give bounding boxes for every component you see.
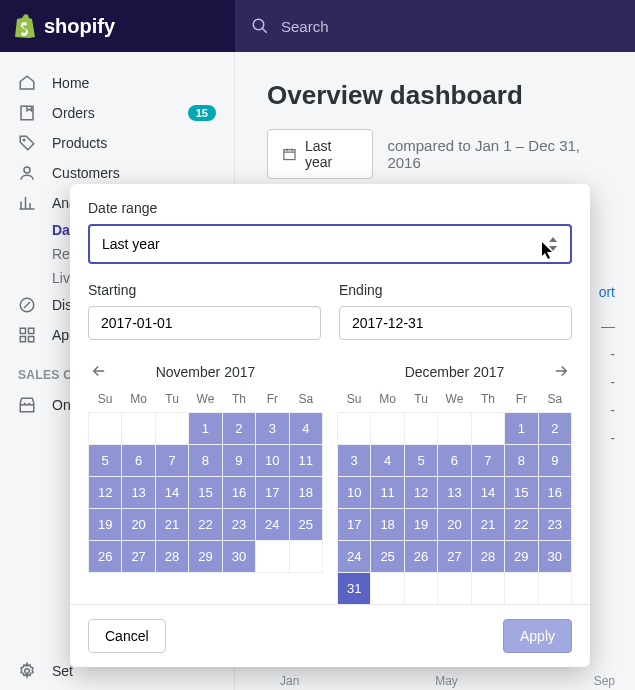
calendar-day[interactable]: 3 [338, 445, 371, 477]
svg-rect-6 [20, 328, 25, 333]
sidebar-item-home[interactable]: Home [0, 68, 234, 98]
apply-button[interactable]: Apply [503, 619, 572, 653]
chart-icon [18, 194, 36, 212]
start-date-input[interactable] [88, 306, 321, 340]
calendar-day[interactable]: 2 [538, 413, 571, 445]
calendar-day[interactable]: 27 [438, 541, 471, 573]
calendar-day[interactable]: 16 [538, 477, 571, 509]
calendar-day[interactable]: 24 [338, 541, 371, 573]
calendar-day[interactable]: 6 [122, 445, 155, 477]
calendar-day[interactable]: 29 [189, 541, 222, 573]
calendar-day[interactable]: 22 [505, 509, 538, 541]
calendar-day[interactable]: 1 [189, 413, 222, 445]
sidebar-item-settings[interactable]: Set [18, 662, 73, 680]
calendar-day[interactable]: 16 [222, 477, 255, 509]
calendar-day[interactable]: 18 [289, 477, 322, 509]
calendar-day[interactable]: 14 [471, 477, 504, 509]
calendar-day[interactable]: 25 [371, 541, 404, 573]
calendar-day[interactable]: 30 [538, 541, 571, 573]
date-range-label: Date range [88, 200, 572, 216]
calendar-day[interactable]: 11 [289, 445, 322, 477]
svg-point-4 [24, 167, 30, 173]
calendar-day[interactable]: 15 [189, 477, 222, 509]
svg-point-0 [253, 19, 264, 30]
calendar-day[interactable]: 23 [222, 509, 255, 541]
sidebar-item-products[interactable]: Products [0, 128, 234, 158]
calendar-day[interactable]: 20 [122, 509, 155, 541]
calendar-day[interactable]: 12 [404, 477, 437, 509]
sidebar-item-orders[interactable]: Orders 15 [0, 98, 234, 128]
calendar-day[interactable]: 17 [256, 477, 289, 509]
calendar-grid[interactable]: SuMoTuWeThFrSa12345678910111213141516171… [337, 386, 572, 604]
svg-point-10 [25, 669, 30, 674]
calendar-day[interactable]: 18 [371, 509, 404, 541]
top-bar: shopify Search [0, 0, 635, 52]
calendar-day[interactable]: 29 [505, 541, 538, 573]
calendar-day[interactable]: 30 [222, 541, 255, 573]
nav-label: Home [52, 75, 89, 91]
svg-rect-11 [284, 150, 295, 160]
calendar-day[interactable]: 13 [122, 477, 155, 509]
calendar-day[interactable]: 21 [471, 509, 504, 541]
calendar-day[interactable]: 19 [404, 509, 437, 541]
calendar-day[interactable]: 8 [189, 445, 222, 477]
axis-tick: Jan [280, 674, 299, 688]
calendar-day[interactable]: 4 [289, 413, 322, 445]
date-range-select[interactable]: Last year [88, 224, 572, 264]
calendar-day[interactable]: 26 [89, 541, 122, 573]
calendar-day[interactable]: 26 [404, 541, 437, 573]
calendar-day[interactable]: 13 [438, 477, 471, 509]
cancel-button[interactable]: Cancel [88, 619, 166, 653]
calendar-day[interactable]: 10 [338, 477, 371, 509]
calendar-day[interactable]: 27 [122, 541, 155, 573]
calendar-day[interactable]: 9 [222, 445, 255, 477]
nav-label: Customers [52, 165, 120, 181]
calendar-day[interactable]: 31 [338, 573, 371, 605]
orders-badge: 15 [188, 105, 216, 121]
calendar-day[interactable]: 28 [471, 541, 504, 573]
calendar-day[interactable]: 23 [538, 509, 571, 541]
calendar-day[interactable]: 22 [189, 509, 222, 541]
calendar-day[interactable]: 5 [89, 445, 122, 477]
axis-tick: Sep [594, 674, 615, 688]
calendar-day[interactable]: 5 [404, 445, 437, 477]
calendar-day[interactable]: 4 [371, 445, 404, 477]
calendar-day[interactable]: 7 [155, 445, 188, 477]
nav-label: Products [52, 135, 107, 151]
calendar-day[interactable]: 10 [256, 445, 289, 477]
search-icon [251, 17, 269, 35]
calendar-day[interactable]: 11 [371, 477, 404, 509]
calendar-day[interactable]: 25 [289, 509, 322, 541]
calendar-day[interactable]: 1 [505, 413, 538, 445]
calendar-day[interactable]: 6 [438, 445, 471, 477]
calendar-day[interactable]: 19 [89, 509, 122, 541]
prev-month-button[interactable] [90, 362, 108, 383]
range-button-label: Last year [305, 138, 359, 170]
next-month-button[interactable] [552, 362, 570, 383]
end-date-input[interactable] [339, 306, 572, 340]
calendar-day[interactable]: 24 [256, 509, 289, 541]
calendar-day[interactable]: 12 [89, 477, 122, 509]
search-placeholder: Search [281, 18, 329, 35]
calendar-left: November 2017 SuMoTuWeThFrSa123456789101… [88, 358, 323, 604]
svg-rect-9 [29, 337, 34, 342]
calendar-day[interactable]: 7 [471, 445, 504, 477]
gear-icon [18, 662, 36, 680]
shopify-bag-icon [14, 14, 36, 38]
calendar-day[interactable]: 2 [222, 413, 255, 445]
search-input[interactable]: Search [235, 0, 635, 52]
calendar-day[interactable]: 28 [155, 541, 188, 573]
calendar-day[interactable]: 15 [505, 477, 538, 509]
calendar-day[interactable]: 8 [505, 445, 538, 477]
svg-point-3 [23, 139, 25, 141]
brand-logo[interactable]: shopify [0, 14, 235, 38]
calendar-grid[interactable]: SuMoTuWeThFrSa12345678910111213141516171… [88, 386, 323, 573]
calendar-day[interactable]: 20 [438, 509, 471, 541]
calendar-day[interactable]: 21 [155, 509, 188, 541]
view-report-link[interactable]: ort [599, 284, 635, 300]
calendar-day[interactable]: 3 [256, 413, 289, 445]
date-range-button[interactable]: Last year [267, 129, 373, 179]
calendar-day[interactable]: 17 [338, 509, 371, 541]
calendar-day[interactable]: 14 [155, 477, 188, 509]
calendar-day[interactable]: 9 [538, 445, 571, 477]
